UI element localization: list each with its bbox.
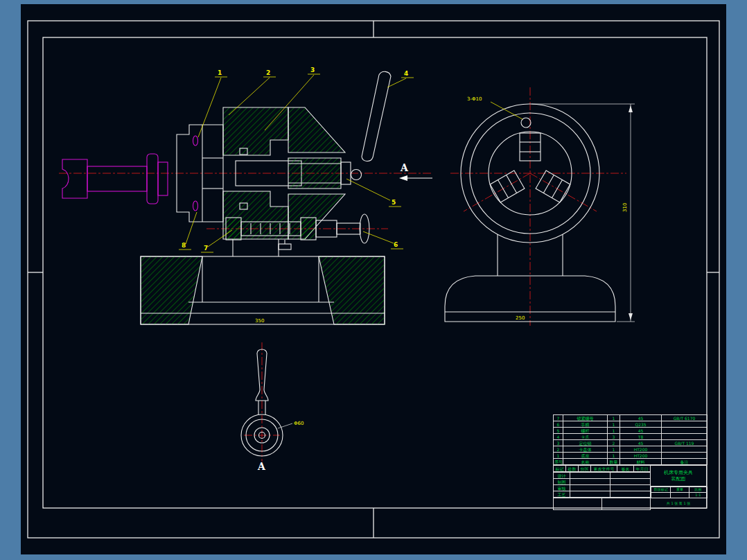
- handle-detail-view: Φ60 A: [241, 342, 304, 472]
- view-label-a: A: [257, 461, 266, 472]
- dim-arrow-bottom: [629, 313, 633, 320]
- parts-row: 2卡盘体1HT200: [554, 446, 708, 453]
- parts-row: 3定位销245GB/T 119: [554, 440, 708, 446]
- parts-row: 1底座1HT200: [554, 453, 708, 459]
- handle-dim-leader: [278, 423, 292, 428]
- clamp-lever: [362, 71, 391, 161]
- callout-4: 4: [404, 70, 408, 77]
- handle-dia-dim: Φ60: [294, 421, 304, 426]
- parts-row: 7锁紧螺母145GB/T 6170: [554, 415, 708, 421]
- callout-3: 3: [310, 67, 315, 73]
- scale-block: 阶段标记 重量 比例 1:1: [651, 487, 706, 498]
- parts-row: 4卡爪3T8: [554, 434, 708, 440]
- ball-pin: [351, 170, 362, 180]
- support-column: [233, 239, 279, 256]
- title-block: 7锁紧螺母145GB/T 6170 6手柄1Q235 5螺杆145 4卡爪3T8…: [553, 414, 707, 508]
- set-screw: [279, 244, 291, 250]
- drawing-title-line1: 机床专用夹具: [664, 470, 693, 476]
- height-dimension: 310: [531, 104, 635, 322]
- cad-viewport: { "canvas": { "bg_outer": "#4d7da8", "bg…: [0, 0, 747, 560]
- base-width-dim: 350: [255, 318, 264, 324]
- front-height-dim: 310: [622, 203, 628, 212]
- callout-1: 1: [218, 69, 222, 76]
- base-section: [141, 256, 385, 324]
- parts-row: 5螺杆145: [554, 428, 708, 434]
- callout-8: 8: [182, 242, 186, 249]
- title-block-right: 机床专用夹具 装配图 阶段标记 重量 比例 1:1: [650, 465, 707, 509]
- dim-arrow-top: [629, 105, 633, 112]
- front-holes-dim: 3-Φ10: [467, 96, 482, 102]
- title-block-left: 标记 处数 分区 更改文件号 签名 年月日 设计 制图 审核 工艺: [553, 465, 650, 509]
- main-section-view: 350: [59, 71, 431, 324]
- sheet-info: 共 1 张 第 1 张: [651, 498, 706, 508]
- section-arrowhead: [399, 175, 407, 181]
- section-arrow: A: [399, 162, 432, 181]
- front-view: 310 3-Φ10 250: [445, 87, 635, 326]
- callout-2: 2: [266, 69, 270, 76]
- drawing-sheet: 350: [21, 4, 726, 554]
- callout-6: 6: [394, 241, 398, 248]
- bottom-strip: [553, 498, 651, 510]
- chuck-body-section: [223, 107, 362, 239]
- callout-5: 5: [392, 199, 396, 206]
- drawing-title: 机床专用夹具 装配图: [651, 466, 706, 487]
- revision-row: 标记 处数 分区 更改文件号 签名 年月日: [553, 465, 651, 472]
- drawing-title-line2: 装配图: [671, 476, 686, 482]
- mount-hole: [521, 118, 531, 128]
- callout-7: 7: [204, 245, 208, 252]
- jaw-centerline-right: [530, 173, 597, 211]
- front-width-dim: 250: [516, 315, 525, 321]
- jaw-centerline-left: [464, 173, 530, 211]
- parts-row: 6手柄1Q235: [554, 421, 708, 428]
- section-label-a: A: [400, 162, 409, 173]
- signature-rows: 设计 制图 审核 工艺: [553, 472, 651, 498]
- holes-callout: 3-Φ10: [467, 96, 522, 119]
- parts-header-row: 序号名称数量材料备注: [554, 459, 708, 465]
- parts-list: 7锁紧螺母145GB/T 6170 6手柄1Q235 5螺杆145 4卡爪3T8…: [553, 414, 708, 465]
- workpiece-shaft: [62, 154, 168, 204]
